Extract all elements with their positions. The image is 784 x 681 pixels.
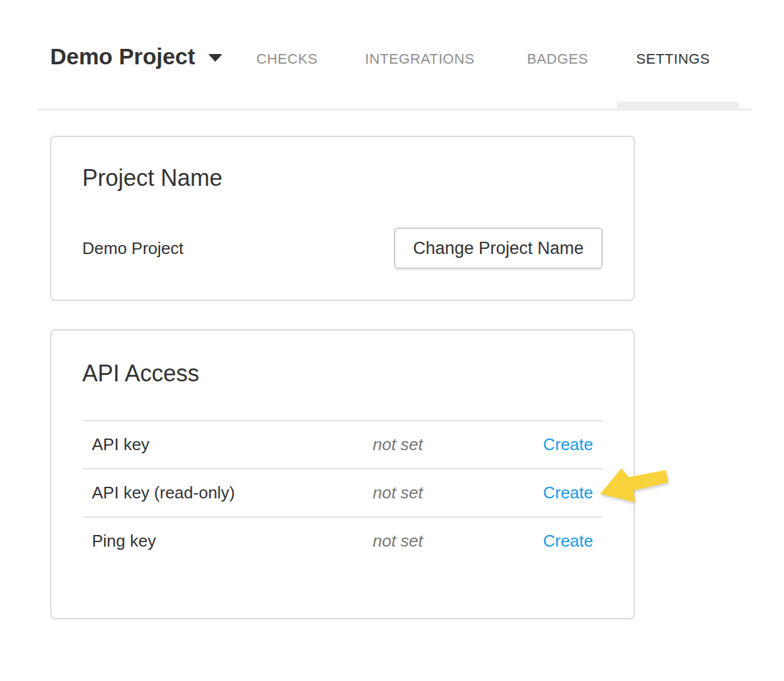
table-row-api-key: API key not set Create: [82, 420, 603, 468]
ping-key-value: not set: [373, 531, 539, 551]
project-name-row: Demo Project Change Project Name: [82, 228, 603, 269]
api-key-create-link[interactable]: Create: [543, 435, 603, 455]
api-key-value: not set: [373, 435, 539, 455]
api-access-card-title: API Access: [82, 360, 199, 387]
header-divider: [37, 109, 753, 111]
project-title: Demo Project: [50, 44, 195, 69]
api-key-label: API key: [82, 435, 373, 455]
chevron-down-icon: [208, 54, 222, 62]
project-name-card-title: Project Name: [82, 165, 222, 192]
api-key-read-only-create-link[interactable]: Create: [543, 483, 603, 503]
project-settings-page: Demo Project CHECKS INTEGRATIONS BADGES …: [0, 0, 784, 681]
project-name-card: Project Name Demo Project Change Project…: [50, 136, 635, 301]
current-project-name: Demo Project: [82, 239, 184, 259]
tab-badges[interactable]: BADGES: [527, 51, 588, 67]
ping-key-label: Ping key: [82, 531, 373, 551]
table-row-api-key-read-only: API key (read-only) not set Create: [82, 468, 603, 516]
api-keys-table: API key not set Create API key (read-onl…: [82, 420, 603, 565]
api-key-read-only-label: API key (read-only): [82, 483, 373, 503]
ping-key-create-link[interactable]: Create: [543, 531, 603, 551]
tab-settings[interactable]: SETTINGS: [636, 51, 710, 67]
tab-integrations[interactable]: INTEGRATIONS: [365, 51, 475, 67]
tab-checks[interactable]: CHECKS: [256, 51, 317, 67]
project-switcher[interactable]: Demo Project: [50, 44, 222, 69]
api-access-card: API Access API key not set Create API ke…: [50, 329, 635, 619]
change-project-name-button[interactable]: Change Project Name: [394, 228, 603, 269]
table-row-ping-key: Ping key not set Create: [82, 516, 603, 565]
api-key-read-only-value: not set: [373, 483, 539, 503]
